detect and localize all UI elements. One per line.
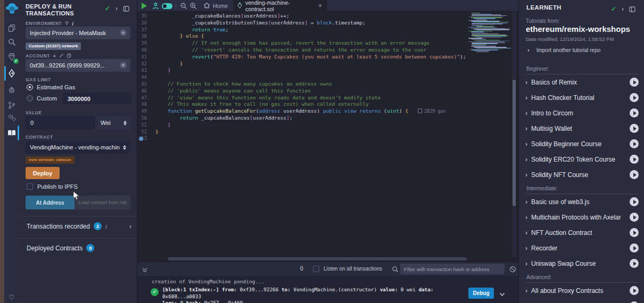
- code-line[interactable]: 50 return _cupcakeBalances[userAddress];: [137, 115, 467, 122]
- publish-ipfs-checkbox[interactable]: [27, 183, 33, 190]
- custom-gas-input[interactable]: [63, 93, 131, 104]
- learneth-pin-icon[interactable]: [629, 6, 635, 12]
- code-line[interactable]: 41 revert("HTTP 429: Too Many Cupcakes (…: [137, 54, 467, 61]
- tutorial-item[interactable]: ›Solidity NFT Course: [525, 167, 639, 182]
- code-line[interactable]: 42 }: [137, 61, 467, 68]
- code-line[interactable]: 45 // Function to check how many cupcake…: [137, 81, 467, 88]
- publish-ipfs-row[interactable]: Publish to IPFS: [27, 183, 78, 190]
- import-tutorial-repo[interactable]: › Import another tutorial repo: [527, 47, 600, 53]
- zoom-out-icon[interactable]: [180, 2, 187, 12]
- breakpoint-dot[interactable]: [139, 137, 143, 141]
- play-tutorial-icon[interactable]: [630, 243, 639, 252]
- copy-account-icon[interactable]: [67, 53, 71, 59]
- tutorial-item[interactable]: ›Solidity Beginner Course: [525, 136, 639, 152]
- tutorial-item[interactable]: ›Multichain Protocols with Axelar: [525, 209, 639, 225]
- deploy-run-icon[interactable]: [4, 66, 19, 80]
- close-tab-icon[interactable]: ×: [318, 2, 322, 10]
- gas-custom-option[interactable]: Custom: [27, 95, 57, 102]
- tutorial-item[interactable]: ›Uniswap Swap Course: [525, 256, 639, 271]
- learneth-icon[interactable]: [4, 126, 19, 140]
- copilot-toggle[interactable]: [162, 3, 172, 9]
- contract-select[interactable]: VendingMachine - vending-machin: [26, 141, 130, 154]
- account-select[interactable]: 0xf39...92266 (9999.99929...: [26, 59, 130, 72]
- tutorial-item[interactable]: ›NFT Auction Contract: [525, 225, 639, 240]
- code-line[interactable]: 53: [137, 135, 467, 142]
- debugger-icon[interactable]: [4, 83, 19, 97]
- at-address-button[interactable]: At Address: [26, 196, 75, 209]
- tx-expand-icon[interactable]: [499, 289, 505, 299]
- tutorial-item[interactable]: ›Solidity ERC20 Token Course: [525, 152, 639, 167]
- custom-gas-radio[interactable]: [27, 95, 33, 102]
- file-explorer-icon[interactable]: [4, 21, 19, 35]
- value-unit-select[interactable]: Wei: [97, 116, 130, 129]
- code-line[interactable]: 51 }: [137, 122, 467, 129]
- play-tutorial-icon[interactable]: [630, 124, 639, 133]
- play-tutorial-icon[interactable]: [630, 259, 639, 268]
- gas-estimated-option[interactable]: Estimated Gas: [27, 84, 75, 90]
- search-icon[interactable]: [4, 35, 19, 49]
- play-tutorial-icon[interactable]: [630, 197, 639, 206]
- tutorial-item[interactable]: ›Intro to Circom: [525, 105, 639, 121]
- clear-console-icon[interactable]: [509, 265, 516, 275]
- editor-horizontal-scrollbar[interactable]: [168, 257, 467, 260]
- panel-collapse-icon[interactable]: ›: [115, 5, 118, 12]
- code-line[interactable]: 37 return true;: [137, 27, 467, 33]
- code-line[interactable]: 47 // 'view' means this function only re…: [137, 95, 467, 102]
- estimated-gas-radio[interactable]: [27, 84, 33, 90]
- code-line[interactable]: 46 // 'public' means anyone can call thi…: [137, 88, 467, 95]
- code-line[interactable]: 40 // 'revert' cancels the transaction a…: [137, 47, 467, 54]
- play-tutorial-icon[interactable]: [630, 78, 639, 87]
- tutorial-item[interactable]: ›Deploy with Libraries: [525, 298, 639, 303]
- code-line[interactable]: 35 _cupcakeBalances[userAddress]++;: [137, 13, 467, 20]
- tutorial-item[interactable]: ›All about Proxy Contracts: [525, 283, 639, 298]
- run-script-icon[interactable]: [142, 3, 147, 9]
- code-line[interactable]: 44: [137, 74, 467, 81]
- listen-all-checkbox[interactable]: [313, 266, 319, 272]
- play-tutorial-icon[interactable]: [630, 170, 639, 179]
- plug-bottom-icon[interactable]: [4, 290, 19, 303]
- editor-minimap[interactable]: [468, 13, 511, 52]
- tutorial-item[interactable]: ›Basics of Remix: [525, 74, 639, 90]
- deploy-button[interactable]: Deploy: [26, 167, 60, 179]
- play-tutorial-icon[interactable]: [630, 213, 639, 222]
- play-tutorial-icon[interactable]: [630, 93, 639, 102]
- code-editor[interactable]: 35 _cupcakeBalances[userAddress]++;36 _c…: [137, 13, 467, 142]
- tutorial-item[interactable]: ›Recorder: [525, 240, 639, 256]
- scrollbar-thumb[interactable]: [513, 80, 516, 206]
- code-line[interactable]: 36 _cupcakeDistributionTimes[userAddress…: [137, 20, 467, 27]
- tutorial-item[interactable]: ›Hash Checker Tutorial: [525, 90, 639, 105]
- environment-select[interactable]: Injected Provider - MetaMask: [26, 27, 130, 39]
- deployed-contracts-row[interactable]: Deployed Contracts 0: [27, 244, 94, 252]
- debug-button[interactable]: Debug: [468, 288, 494, 299]
- at-address-input[interactable]: [75, 196, 130, 209]
- add-account-icon[interactable]: +: [53, 53, 56, 59]
- code-line[interactable]: 38 } else {: [137, 33, 467, 40]
- panel-pin-icon[interactable]: [123, 6, 129, 12]
- transactions-info-icon[interactable]: i: [105, 223, 107, 230]
- tab-active-file[interactable]: vending-machine-contract.sol ×: [233, 0, 327, 12]
- play-tutorial-icon[interactable]: [630, 139, 639, 148]
- remix-ai-icon[interactable]: [152, 2, 159, 12]
- tutorial-item[interactable]: ›Multisig Wallet: [525, 121, 639, 136]
- tx-log-line[interactable]: [block:1 txIndex:-] from: 0xf39...92266 …: [162, 287, 466, 303]
- code-line[interactable]: 48 // This makes it free to call (no gas…: [137, 101, 467, 108]
- solidity-compiler-icon[interactable]: ✓: [4, 50, 19, 64]
- play-tutorial-icon[interactable]: [630, 228, 639, 237]
- environment-info-icon[interactable]: i: [72, 20, 74, 27]
- code-line[interactable]: 39 // If not enough time has passed, rev…: [137, 40, 467, 47]
- plugin-manager-icon[interactable]: [4, 111, 19, 124]
- terminal-expand-icon[interactable]: [142, 266, 148, 275]
- play-tutorial-icon[interactable]: [630, 286, 639, 295]
- edit-account-icon[interactable]: [59, 53, 64, 59]
- learneth-collapse-icon[interactable]: ›: [622, 5, 624, 13]
- environment-settings-icon[interactable]: [120, 29, 127, 36]
- code-line[interactable]: 43 }: [137, 67, 467, 74]
- account-settings-icon[interactable]: [120, 62, 127, 69]
- zoom-in-icon[interactable]: [189, 2, 197, 12]
- play-tutorial-icon[interactable]: [630, 155, 639, 164]
- tab-home[interactable]: Home: [197, 0, 235, 12]
- editor-vertical-scrollbar[interactable]: [512, 12, 516, 257]
- value-input[interactable]: [26, 116, 95, 129]
- play-tutorial-icon[interactable]: [630, 108, 639, 117]
- code-line[interactable]: 49 function getCupcakeBalanceFor(address…: [137, 108, 467, 115]
